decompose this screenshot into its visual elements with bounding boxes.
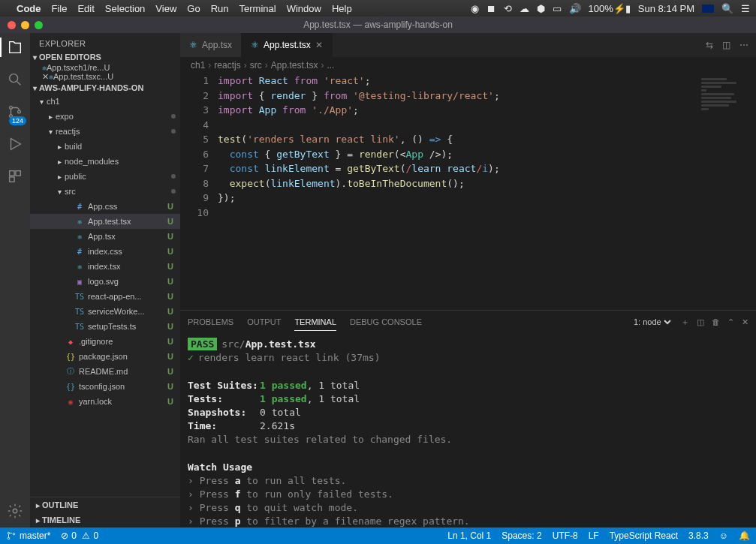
- explorer-icon[interactable]: [7, 39, 23, 58]
- breadcrumb-item[interactable]: src: [250, 60, 262, 71]
- editor-tab[interactable]: ⚛App.tsx: [180, 33, 242, 57]
- file-row[interactable]: #index.cssU: [30, 244, 180, 259]
- maximize-panel-icon[interactable]: ⌃: [727, 317, 734, 327]
- new-terminal-icon[interactable]: ＋: [681, 317, 689, 328]
- volume-icon[interactable]: 🔊: [569, 3, 581, 14]
- breadcrumb-item[interactable]: ...: [327, 60, 334, 71]
- language-mode[interactable]: TypeScript React: [610, 530, 678, 541]
- workspace-section[interactable]: ▾AWS-AMPLIFY-HANDS-ON: [30, 82, 180, 94]
- menu-window[interactable]: Window: [287, 3, 321, 14]
- breadcrumb[interactable]: ch1›reactjs›src›App.test.tsx›...: [180, 57, 756, 74]
- open-editor-item[interactable]: ✕⚛App.test.tsxc...U: [30, 72, 180, 82]
- file-row[interactable]: {}tsconfig.jsonU: [30, 379, 180, 394]
- errors-warnings[interactable]: ⊘ 0 ⚠ 0: [61, 530, 98, 541]
- extensions-icon[interactable]: [7, 168, 23, 187]
- folder-row[interactable]: ▾ch1: [30, 94, 180, 109]
- record-icon[interactable]: ◉: [471, 3, 479, 14]
- code-editor[interactable]: import React from 'react';import { rende…: [218, 74, 696, 310]
- split-editor-icon[interactable]: ◫: [722, 40, 730, 50]
- cursor-position[interactable]: Ln 1, Col 1: [447, 530, 491, 541]
- minimize-window-button[interactable]: [21, 21, 29, 29]
- menu-file[interactable]: File: [52, 3, 68, 14]
- file-row[interactable]: TSserviceWorke...U: [30, 304, 180, 319]
- flag-icon[interactable]: [702, 5, 714, 13]
- folder-row[interactable]: ▸build: [30, 139, 180, 154]
- eol[interactable]: LF: [589, 530, 599, 541]
- source-control-icon[interactable]: 124: [7, 104, 23, 122]
- menu-edit[interactable]: Edit: [77, 3, 94, 14]
- file-row[interactable]: TSsetupTests.tsU: [30, 319, 180, 334]
- tab-output[interactable]: OUTPUT: [247, 314, 281, 330]
- timeline-section[interactable]: ▸TIMELINE: [30, 512, 180, 527]
- menu-selection[interactable]: Selection: [105, 3, 145, 14]
- terminal-select[interactable]: 1: node: [631, 317, 673, 327]
- folder-row[interactable]: ▸node_modules: [30, 154, 180, 169]
- folder-row[interactable]: ▾reactjs: [30, 124, 180, 139]
- zoom-window-button[interactable]: [35, 21, 43, 29]
- dropbox-icon[interactable]: ⬢: [537, 3, 545, 14]
- indentation[interactable]: Spaces: 2: [501, 530, 541, 541]
- breadcrumb-item[interactable]: reactjs: [214, 60, 240, 71]
- file-row[interactable]: ⚛App.tsxU: [30, 229, 180, 244]
- file-row[interactable]: ◉yarn.lockU: [30, 394, 180, 409]
- open-editors-section[interactable]: ▾OPEN EDITORS: [30, 51, 180, 63]
- file-row[interactable]: #App.cssU: [30, 199, 180, 214]
- tab-problems[interactable]: PROBLEMS: [188, 314, 233, 330]
- close-tab-icon[interactable]: ✕: [315, 40, 323, 50]
- file-row[interactable]: TSreact-app-en...U: [30, 289, 180, 304]
- outline-section[interactable]: ▸OUTLINE: [30, 497, 180, 512]
- breadcrumb-item[interactable]: App.test.tsx: [271, 60, 318, 71]
- menu-run[interactable]: Run: [211, 3, 229, 14]
- split-terminal-icon[interactable]: ◫: [697, 317, 704, 327]
- folder-row[interactable]: ▾src: [30, 184, 180, 199]
- menu-view[interactable]: View: [155, 3, 176, 14]
- file-row[interactable]: ◆.gitignoreU: [30, 334, 180, 349]
- search-icon[interactable]: [7, 71, 23, 90]
- encoding[interactable]: UTF-8: [553, 530, 578, 541]
- close-window-button[interactable]: [8, 21, 16, 29]
- folder-row[interactable]: ▸expo: [30, 109, 180, 124]
- terminal-output[interactable]: PASSsrc/App.test.tsx ✓renders learn reac…: [180, 333, 756, 527]
- file-row[interactable]: ▣logo.svgU: [30, 274, 180, 289]
- settings-icon[interactable]: [7, 503, 23, 521]
- menu-help[interactable]: Help: [332, 3, 352, 14]
- svg-point-3: [18, 110, 21, 113]
- display-icon[interactable]: ▭: [553, 3, 562, 14]
- svg-rect-4: [10, 171, 14, 176]
- more-icon[interactable]: ⋯: [739, 40, 748, 50]
- control-center-icon[interactable]: ☰: [741, 3, 750, 14]
- menu-terminal[interactable]: Terminal: [239, 3, 276, 14]
- scm-badge: 124: [9, 116, 26, 125]
- stop-icon[interactable]: ⏹: [486, 3, 496, 14]
- minimap[interactable]: [696, 74, 756, 310]
- file-row[interactable]: {}package.jsonU: [30, 349, 180, 364]
- clock[interactable]: Sun 8:14 PM: [638, 3, 694, 14]
- spotlight-icon[interactable]: 🔍: [721, 3, 733, 14]
- close-panel-icon[interactable]: ✕: [742, 317, 748, 327]
- debug-icon[interactable]: [7, 136, 23, 155]
- app-name[interactable]: Code: [17, 3, 41, 14]
- kill-terminal-icon[interactable]: 🗑: [712, 317, 720, 326]
- compare-icon[interactable]: ⇆: [706, 40, 713, 50]
- editor-tab[interactable]: ⚛App.test.tsx✕: [242, 33, 333, 57]
- typescript-version[interactable]: 3.8.3: [688, 530, 709, 541]
- cloud-icon[interactable]: ☁: [520, 3, 529, 14]
- sync-icon[interactable]: ⟲: [504, 3, 512, 14]
- activity-bar: 124: [0, 33, 30, 527]
- folder-row[interactable]: ▸public: [30, 169, 180, 184]
- svg-rect-6: [10, 177, 14, 182]
- file-row[interactable]: ⚛App.test.tsxU: [30, 214, 180, 229]
- battery-status[interactable]: 100% ⚡▮: [589, 3, 631, 14]
- menu-go[interactable]: Go: [187, 3, 200, 14]
- file-row[interactable]: ⚛index.tsxU: [30, 259, 180, 274]
- feedback-icon[interactable]: ☺: [719, 530, 728, 541]
- tab-terminal[interactable]: TERMINAL: [294, 314, 336, 331]
- open-editor-item[interactable]: ⚛App.tsxch1/re...U: [30, 63, 180, 72]
- status-bar: master* ⊘ 0 ⚠ 0 Ln 1, Col 1 Spaces: 2 UT…: [0, 527, 756, 544]
- file-row[interactable]: ⓘREADME.mdU: [30, 364, 180, 379]
- tab-debug-console[interactable]: DEBUG CONSOLE: [350, 314, 422, 330]
- git-branch[interactable]: master*: [6, 530, 50, 541]
- notifications-icon[interactable]: 🔔: [739, 530, 750, 541]
- sidebar-title: EXPLORER: [30, 33, 180, 51]
- breadcrumb-item[interactable]: ch1: [191, 60, 205, 71]
